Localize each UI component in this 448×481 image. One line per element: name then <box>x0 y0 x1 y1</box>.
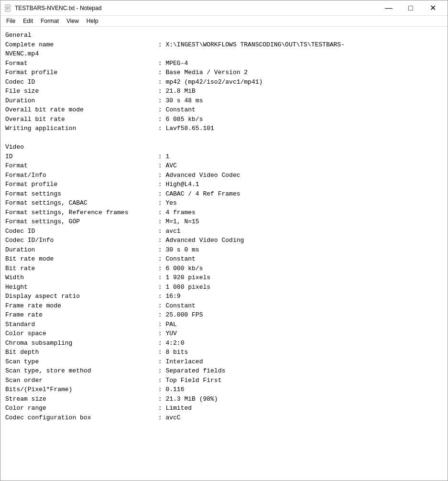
text-line: Format profile : High@L4.1 <box>5 181 199 188</box>
notepad-window: TESTBARS-NVENC.txt - Notepad — □ ✕ File … <box>0 0 448 481</box>
text-line: Format settings : CABAC / 4 Ref Frames <box>5 190 240 197</box>
menu-view[interactable]: View <box>63 17 83 25</box>
text-line: Stream size : 21.3 MiB (98%) <box>5 395 218 403</box>
text-line: Duration : 30 s 48 ms <box>5 97 203 104</box>
text-line: Codec configuration box : avcC <box>5 414 181 421</box>
text-line: Display aspect ratio : 16:9 <box>5 293 181 300</box>
text-line: Scan type : Interlaced <box>5 358 203 365</box>
menu-edit[interactable]: Edit <box>19 17 37 25</box>
window-title: TESTBARS-NVENC.txt - Notepad <box>15 5 101 11</box>
menu-help[interactable]: Help <box>83 17 102 25</box>
text-line: Overall bit rate : 6 085 kb/s <box>5 116 203 123</box>
text-line: Frame rate : 25.000 FPS <box>5 311 203 318</box>
text-line: NVENC.mp4 <box>5 50 39 57</box>
text-line: Format settings, GOP : M=1, N=15 <box>5 218 199 225</box>
title-bar-left: TESTBARS-NVENC.txt - Notepad <box>4 4 101 12</box>
menu-bar: File Edit Format View Help <box>0 16 448 27</box>
app-icon <box>4 4 12 12</box>
section-header: Video <box>5 143 24 151</box>
text-line: Overall bit rate mode : Constant <box>5 106 196 113</box>
section-header: General <box>5 32 32 39</box>
window-controls: — □ ✕ <box>378 2 444 14</box>
close-button[interactable]: ✕ <box>422 2 444 14</box>
maximize-button[interactable]: □ <box>400 2 422 14</box>
text-line: Bit rate mode : Constant <box>5 255 196 262</box>
text-line: Scan order : Top Field First <box>5 377 221 384</box>
text-line: Format : MPEG-4 <box>5 60 188 67</box>
text-line: Scan type, store method : Separated fiel… <box>5 367 225 374</box>
text-line: Width : 1 920 pixels <box>5 274 210 281</box>
text-line: Standard : PAL <box>5 321 177 328</box>
text-line: Duration : 30 s 0 ms <box>5 246 199 253</box>
text-line: Codec ID : avc1 <box>5 228 181 235</box>
text-line: Chroma subsampling : 4:2:0 <box>5 339 184 347</box>
text-line: Format profile : Base Media / Version 2 <box>5 69 248 76</box>
text-line: Codec ID : mp42 (mp42/iso2/avc1/mp41) <box>5 78 262 86</box>
svg-rect-0 <box>5 5 10 11</box>
text-line: Codec ID/Info : Advanced Video Coding <box>5 237 244 244</box>
text-line: Height : 1 080 pixels <box>5 284 210 291</box>
text-line: Color range : Limited <box>5 404 192 412</box>
text-line: File size : 21.8 MiB <box>5 87 196 95</box>
text-line: Color space : YUV <box>5 330 177 337</box>
text-line: Format settings, CABAC : Yes <box>5 199 177 207</box>
menu-format[interactable]: Format <box>37 17 63 25</box>
text-line: Frame rate mode : Constant <box>5 302 196 309</box>
text-line: Complete name : X:\INGEST\WORKFLOWS TRAN… <box>5 41 345 48</box>
text-line: Format/Info : Advanced Video Codec <box>5 172 240 179</box>
minimize-button[interactable]: — <box>378 2 400 14</box>
text-line: Format : AVC <box>5 162 177 169</box>
menu-file[interactable]: File <box>2 17 19 25</box>
text-line: Writing application : Lavf58.65.101 <box>5 125 214 132</box>
text-line: Format settings, Reference frames : 4 fr… <box>5 209 196 216</box>
text-line: Bit depth : 8 bits <box>5 349 188 356</box>
title-bar: TESTBARS-NVENC.txt - Notepad — □ ✕ <box>0 0 448 16</box>
text-line: Bits/(Pixel*Frame) : 0.116 <box>5 386 184 393</box>
text-line: ID : 1 <box>5 153 169 160</box>
text-line: Bit rate : 6 000 kb/s <box>5 265 203 272</box>
text-content[interactable]: General Complete name : X:\INGEST\WORKFL… <box>0 27 448 481</box>
